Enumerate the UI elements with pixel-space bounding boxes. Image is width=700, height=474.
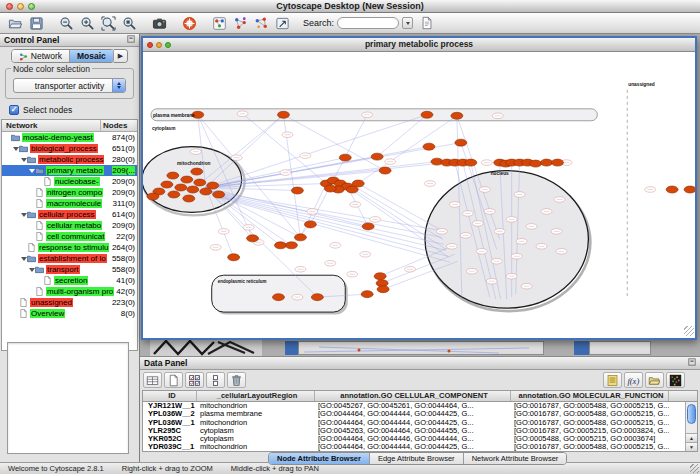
column-header-annotation-go-molecular-function[interactable]: annotation.GO MOLECULAR_FUNCTION [511, 391, 669, 401]
expand-arrow-icon[interactable] [20, 257, 27, 261]
nucleus-region[interactable] [425, 171, 588, 309]
expand-arrow-icon[interactable] [20, 213, 27, 217]
tree-row-unassigned[interactable]: unassigned223(0) [2, 297, 137, 308]
zoom-icon[interactable] [165, 42, 171, 48]
tree-row-cellular-process[interactable]: cellular process614(0) [2, 209, 137, 220]
app-resize-grip[interactable] [690, 464, 699, 473]
table-scrollbar[interactable]: ▲ ▼ [685, 402, 697, 451]
table-row[interactable]: YKR052Ccytoplasm[GO:0044464, GO:0044446,… [143, 435, 697, 443]
zoom-in-icon[interactable] [78, 15, 97, 32]
open-icon[interactable] [6, 15, 25, 32]
zoom-selected-icon[interactable] [120, 15, 139, 32]
help-icon[interactable] [180, 15, 199, 32]
graph-node-orange[interactable] [277, 111, 289, 118]
search-input[interactable] [337, 17, 399, 29]
create-attr-icon[interactable] [164, 372, 183, 388]
select-nodes-checkbox[interactable]: ✓ [9, 105, 19, 115]
layout-b-icon[interactable] [252, 15, 271, 32]
plasma-membrane-region[interactable] [151, 109, 597, 121]
column-header-id[interactable]: ID [143, 391, 197, 401]
tree-row-secretion[interactable]: secretion41(0) [2, 275, 137, 286]
graph-node-orange[interactable] [168, 191, 180, 198]
table-row[interactable]: YJR121W__1mitochondrion[GO:0045267, GO:0… [143, 402, 697, 410]
layout-a-icon[interactable] [231, 15, 250, 32]
graph-node-orange[interactable] [552, 159, 564, 166]
search-dropdown-icon[interactable] [402, 17, 413, 29]
graph-node-orange[interactable] [423, 143, 435, 150]
tree-row-metabolic-process[interactable]: metabolic process280(0) [2, 154, 137, 165]
table-row[interactable]: YPL036W__1mitochondrion[GO:0044464, GO:0… [143, 419, 697, 427]
scroll-up-icon[interactable]: ▲ [686, 433, 697, 442]
expand-arrow-icon[interactable] [28, 169, 35, 173]
graph-node-orange[interactable] [379, 167, 391, 174]
graph-node-orange[interactable] [181, 176, 193, 183]
tree-row-cellular-metabo[interactable]: cellular metabo209(0) [2, 220, 137, 231]
graph-node-orange[interactable] [361, 291, 373, 298]
attribute-doc-icon[interactable] [420, 15, 437, 31]
expand-arrow-icon[interactable] [20, 158, 27, 162]
graph-node-orange[interactable] [191, 168, 203, 175]
graph-node-orange[interactable] [147, 193, 159, 200]
graph-node-orange[interactable] [275, 242, 287, 249]
tree-row-nucleobase-[interactable]: nucleobase-209(0) [2, 176, 137, 187]
tree-row-macromolecule[interactable]: macromolecule311(0) [2, 198, 137, 209]
tree-row-multi-organism-pro[interactable]: multi-organism pro42(0) [2, 286, 137, 297]
network-canvas[interactable]: plasma membranecytoplasmmitochondrionnuc… [143, 52, 695, 337]
tree-col-nodes[interactable]: Nodes [101, 120, 137, 131]
function-icon[interactable]: f(x) [624, 372, 643, 388]
column-header--cellularlayoutregion[interactable]: _cellularLayoutRegion [197, 391, 315, 401]
graph-node-orange[interactable] [451, 112, 463, 119]
graph-node-orange[interactable] [362, 223, 374, 230]
graph-node-orange[interactable] [465, 159, 477, 166]
graph-edge[interactable] [283, 115, 385, 171]
tree-row-cell-communicat[interactable]: cell communicat22(0) [2, 231, 137, 242]
graph-node-orange[interactable] [352, 180, 364, 187]
graph-node-orange[interactable] [304, 221, 316, 228]
graph-node-orange[interactable] [207, 182, 219, 189]
float-panel-icon[interactable] [127, 35, 135, 45]
graph-node-orange[interactable] [530, 160, 542, 167]
unselect-all-attrs-icon[interactable] [206, 372, 225, 388]
graph-node-orange[interactable] [175, 184, 187, 191]
tree-row-nitrogen-compo[interactable]: nitrogen compo209(0) [2, 187, 137, 198]
minimize-button[interactable] [17, 3, 24, 10]
graph-node-orange[interactable] [247, 235, 259, 242]
graph-node-orange[interactable] [455, 139, 467, 146]
graph-node-orange[interactable] [291, 187, 303, 194]
graph-node-orange[interactable] [311, 294, 323, 301]
graph-node-orange[interactable] [273, 294, 285, 301]
float-panel-icon[interactable] [688, 358, 696, 368]
table-row[interactable]: YDR039C__1mitochondrion[GO:0044464, GO:0… [143, 443, 697, 451]
scrollbar-thumb[interactable] [687, 404, 696, 424]
close-button[interactable] [6, 3, 13, 10]
tab-network[interactable]: Network [12, 50, 70, 62]
import-icon[interactable] [645, 372, 664, 388]
birdseye-view-panel[interactable] [7, 342, 129, 454]
graph-node-orange[interactable] [377, 286, 389, 293]
tree-col-network[interactable]: Network [2, 120, 101, 131]
graph-node-orange[interactable] [684, 186, 695, 193]
tree-row-overview[interactable]: Overview8(0) [2, 308, 137, 319]
tree-row-transport[interactable]: transport558(0) [2, 264, 137, 275]
delete-attr-icon[interactable] [227, 372, 246, 388]
graph-node-orange[interactable] [228, 254, 240, 261]
snapshot-icon[interactable] [150, 15, 169, 32]
zoom-out-icon[interactable] [57, 15, 76, 32]
vizmapper-icon[interactable] [273, 15, 292, 32]
scroll-down-icon[interactable]: ▼ [686, 442, 697, 451]
tree-row-establishment-of-lo[interactable]: establishment of lo558(0) [2, 253, 137, 264]
tree-row-biological-process[interactable]: biological_process651(0) [2, 143, 137, 154]
network-overview-icon[interactable] [210, 15, 229, 32]
expand-arrow-icon[interactable] [28, 268, 35, 272]
tree-row-primary-metabo[interactable]: primary metabo209(... [2, 165, 137, 176]
graph-node-orange[interactable] [371, 153, 383, 160]
graph-edge[interactable] [214, 195, 446, 251]
graph-node-orange[interactable] [374, 273, 386, 280]
graph-node-orange[interactable] [541, 159, 553, 166]
matrix-icon[interactable] [666, 372, 685, 388]
tab-node-attribute-browser[interactable]: Node Attribute Browser [269, 453, 370, 464]
attr-select-icon[interactable] [143, 372, 162, 388]
graph-node-orange[interactable] [194, 179, 206, 186]
network-window-titlebar[interactable]: primary metabolic process [143, 38, 695, 52]
select-all-attrs-icon[interactable] [185, 372, 204, 388]
